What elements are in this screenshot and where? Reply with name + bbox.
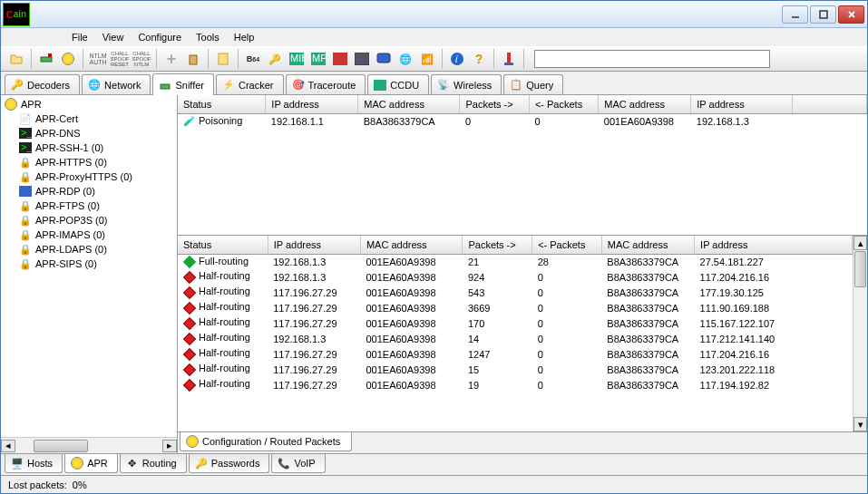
tree-item[interactable]: 🔒APR-ProxyHTTPS (0) [3, 170, 175, 184]
title-bar: Cain [1, 1, 867, 28]
scroll-down-icon[interactable]: ▾ [853, 417, 867, 431]
column-header[interactable]: Status [178, 236, 268, 254]
add-icon[interactable]: + [161, 49, 181, 69]
menu-help[interactable]: Help [227, 30, 262, 44]
tab-decoders[interactable]: 🔑Decoders [5, 74, 80, 94]
table-cell: 0 [532, 269, 602, 285]
table-row[interactable]: Full-routing192.168.1.3001EA60A93982128B… [178, 254, 853, 269]
minimize-button[interactable] [782, 5, 808, 24]
column-header[interactable]: MAC address [599, 95, 691, 113]
column-header[interactable]: MAC address [358, 95, 460, 113]
column-header[interactable]: IP address [695, 236, 853, 254]
tree-item[interactable]: 🔒APR-POP3S (0) [3, 213, 175, 228]
mib-icon[interactable]: MIB [287, 49, 307, 69]
routing-icon: ✥ [126, 457, 139, 470]
maximize-button[interactable] [810, 5, 836, 24]
sidebar-hscrollbar[interactable]: ◂ ▸ [1, 437, 177, 453]
tree-item[interactable]: >_APR-DNS [3, 126, 175, 140]
column-header[interactable]: <- Packets [529, 95, 598, 113]
ntlm-auth-icon[interactable]: NTLMAUTH [88, 49, 108, 69]
tree-item[interactable]: 🔒APR-IMAPS (0) [3, 228, 175, 242]
table-row[interactable]: Half-routing117.196.27.29001EA60A9398543… [178, 285, 853, 300]
btab-voip[interactable]: 📞VoIP [271, 454, 325, 473]
btab-routing[interactable]: ✥Routing [120, 454, 187, 473]
column-header[interactable]: IP address [268, 236, 360, 254]
chall-spoof-ntlm-icon[interactable]: CHALLSPOOFNTLM [132, 49, 151, 69]
tab-network[interactable]: 🌐Network [82, 74, 151, 94]
btab-hosts[interactable]: 🖥️Hosts [5, 454, 63, 473]
table-row[interactable]: Half-routing192.168.1.3001EA60A93989240B… [178, 269, 853, 285]
column-header[interactable]: Packets -> [460, 95, 529, 113]
tree-root-apr[interactable]: APR [3, 97, 175, 111]
dictionary-icon[interactable] [213, 49, 233, 69]
tree-item[interactable]: 🔒APR-HTTPS (0) [3, 155, 175, 170]
column-header[interactable]: <- Packets [532, 236, 602, 254]
column-header[interactable] [793, 95, 867, 113]
tab-ccdu[interactable]: CCDU [367, 74, 429, 94]
tree-item[interactable]: 📄APR-Cert [3, 111, 175, 126]
target-icon: 🎯 [292, 79, 305, 92]
column-header[interactable]: MAC address [360, 236, 462, 254]
tab-query[interactable]: 📋Query [503, 74, 563, 94]
scroll-thumb[interactable] [854, 251, 866, 287]
column-header[interactable]: Packets -> [463, 236, 532, 254]
exit-icon[interactable] [499, 49, 519, 69]
chall-spoof-reset-icon[interactable]: CHALLSPOOFRESET [110, 49, 130, 69]
table-row[interactable]: Half-routing117.196.27.29001EA60A9398124… [178, 346, 853, 362]
column-header[interactable]: IP address [266, 95, 358, 113]
menu-file[interactable]: File [64, 30, 95, 44]
table-cell: 001EA60A9398 [360, 377, 462, 392]
menu-view[interactable]: View [95, 30, 132, 44]
pane-tab-config[interactable]: Configuration / Routed Packets [180, 432, 352, 451]
table-row[interactable]: Half-routing117.196.27.29001EA60A9398170… [178, 315, 853, 331]
tree-item[interactable]: 🔒APR-LDAPS (0) [3, 242, 175, 257]
key-icon[interactable]: 🔑 [265, 49, 285, 69]
table-row[interactable]: Half-routing117.196.27.29001EA60A9398150… [178, 362, 853, 377]
table-row[interactable]: Half-routing117.196.27.29001EA60A9398190… [178, 377, 853, 392]
tree-item[interactable]: APR-RDP (0) [3, 184, 175, 199]
btab-passwords[interactable]: 🔑Passwords [189, 454, 270, 473]
tab-wireless[interactable]: 📡Wireless [431, 74, 502, 94]
table-row[interactable]: 🧪Poisoning192.168.1.1B8A3863379CA00001EA… [178, 113, 867, 129]
start-apr-icon[interactable] [58, 49, 78, 69]
toolbar-input[interactable] [534, 50, 770, 68]
table-row[interactable]: Half-routing117.196.27.29001EA60A9398366… [178, 300, 853, 315]
help-icon[interactable]: ? [469, 49, 489, 69]
open-file-icon[interactable] [6, 49, 26, 69]
btab-label: Routing [142, 458, 177, 469]
tree-item[interactable]: >_APR-SSH-1 (0) [3, 140, 175, 155]
scroll-up-icon[interactable]: ▴ [853, 236, 867, 250]
table-cell: 924 [463, 269, 532, 285]
apr-tree[interactable]: APR 📄APR-Cert>_APR-DNS>_APR-SSH-1 (0)🔒AP… [1, 95, 177, 437]
info-icon[interactable]: i [447, 49, 467, 69]
column-header[interactable]: Status [178, 95, 266, 113]
close-button[interactable] [838, 5, 864, 24]
tab-cracker[interactable]: ⚡Cracker [216, 74, 284, 94]
tab-sniffer[interactable]: Sniffer [152, 73, 214, 95]
column-header[interactable]: MAC address [601, 236, 694, 254]
scroll-thumb[interactable] [34, 440, 88, 452]
net-monitor-icon[interactable] [330, 49, 350, 69]
base64-icon[interactable]: B64 [243, 49, 263, 69]
monitor-icon[interactable] [374, 49, 394, 69]
table-row[interactable]: Half-routing192.168.1.3001EA60A9398140B8… [178, 331, 853, 346]
delete-icon[interactable] [183, 49, 203, 69]
wifi-scan-icon[interactable]: 📶 [417, 49, 437, 69]
tree-item[interactable]: 🔒APR-SIPS (0) [3, 257, 175, 271]
lower-pane[interactable]: StatusIP addressMAC addressPackets -><- … [178, 236, 853, 431]
tab-traceroute[interactable]: 🎯Traceroute [286, 74, 366, 94]
calculator-icon[interactable] [352, 49, 372, 69]
network-adapter-icon[interactable] [36, 49, 56, 69]
svg-text:MPR: MPR [312, 53, 326, 63]
lower-vscrollbar[interactable]: ▴ ▾ [853, 236, 867, 431]
globe-icon[interactable]: 🌐 [395, 49, 415, 69]
menu-configure[interactable]: Configure [131, 30, 189, 44]
upper-pane[interactable]: StatusIP addressMAC addressPackets -><- … [178, 95, 867, 236]
column-header[interactable]: IP address [691, 95, 793, 113]
menu-tools[interactable]: Tools [189, 30, 227, 44]
btab-apr[interactable]: APR [64, 454, 118, 473]
scroll-left-icon[interactable]: ◂ [1, 440, 15, 452]
mpr-icon[interactable]: MPR [308, 49, 328, 69]
tree-item[interactable]: 🔒APR-FTPS (0) [3, 199, 175, 213]
scroll-right-icon[interactable]: ▸ [162, 440, 177, 452]
